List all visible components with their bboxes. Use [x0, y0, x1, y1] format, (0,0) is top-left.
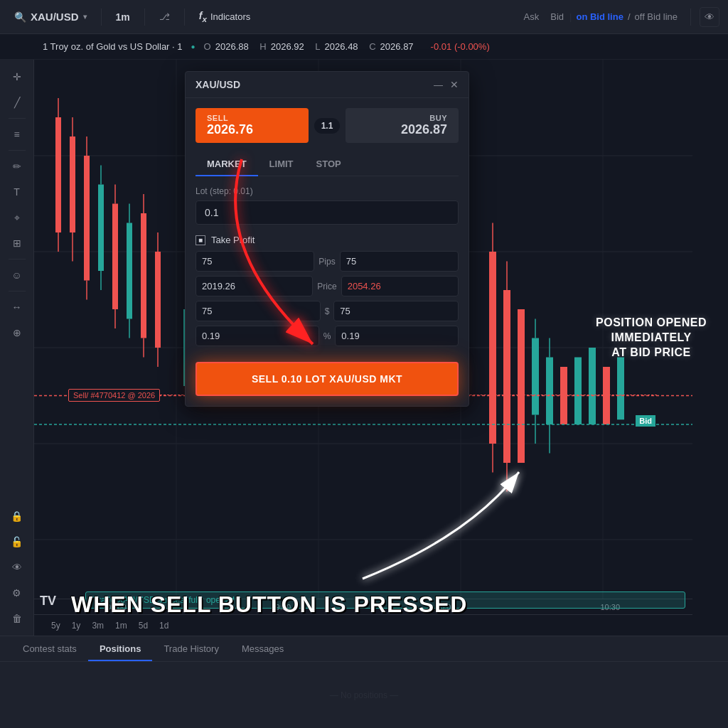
svg-rect-48	[489, 252, 496, 444]
open-label: O2026.88	[204, 41, 253, 52]
lock-tool[interactable]: 🔒	[6, 505, 28, 528]
dialog-body: SELL 2026.76 1.1 BUY 2026.87 MARKET LIMI…	[186, 98, 469, 406]
visibility-button[interactable]: 👁	[700, 7, 719, 27]
chart-symbol-name: 1 Troy oz. of Gold vs US Dollar · 1	[43, 41, 183, 52]
price-change: -0.01 (-0.00%)	[431, 41, 490, 52]
buy-price: 2026.87	[357, 122, 447, 137]
fib-tool[interactable]: ⊞	[6, 232, 28, 255]
bottom-annotation-inner: WHEN SELL BUTTON IS PRESSED	[71, 592, 467, 618]
bid-label: Bid	[636, 415, 655, 427]
eye-icon: 👁	[705, 11, 714, 23]
tab-market[interactable]: MARKET	[196, 153, 258, 176]
buy-block[interactable]: BUY 2026.87	[346, 108, 459, 143]
live-indicator: ●	[191, 43, 196, 50]
range-1y[interactable]: 1y	[66, 619, 87, 632]
zoom-tool[interactable]: ⊕	[6, 321, 28, 344]
close-label: C2026.87	[369, 41, 417, 52]
bottom-tab-bar: Contest stats Positions Trade History Me…	[0, 636, 728, 662]
tab-trade-history[interactable]: Trade History	[152, 638, 230, 661]
trendline-tool[interactable]: ╱	[6, 91, 28, 114]
range-1d[interactable]: 1d	[154, 619, 174, 632]
ohlc-values: O2026.88 H2026.92 L2026.48 C2026.87	[204, 41, 422, 52]
tp-sell-pips[interactable]	[196, 251, 314, 272]
measure-tool[interactable]: ⌖	[6, 206, 28, 229]
chart-type-icon: ⎇	[159, 11, 170, 22]
indicators-label: Indicators	[210, 11, 250, 22]
off-bid-line-button[interactable]: off Bid line	[631, 9, 682, 24]
lot-input[interactable]	[196, 200, 459, 225]
tab-positions[interactable]: Positions	[88, 638, 153, 661]
bottom-panel: Contest stats Positions Trade History Me…	[0, 636, 728, 728]
text-tool[interactable]: T	[6, 181, 28, 203]
svg-rect-15	[84, 156, 90, 281]
eye-tool[interactable]: 👁	[6, 556, 28, 579]
tp-buy-pips[interactable]	[340, 251, 459, 272]
tp-dollar-label: $	[325, 306, 330, 316]
left-toolbar: ✛ ╱ ≡ ✏ T ⌖ ⊞ ☺ ↔ ⊕ 🔒 🔓 👁 ⚙ 🗑	[0, 60, 34, 636]
tp-sell-price[interactable]	[196, 276, 313, 296]
lot-input-section: Lot (step: 0.01)	[196, 186, 459, 225]
lot-label: Lot (step: 0.01)	[196, 186, 459, 196]
svg-rect-24	[127, 223, 132, 319]
lock2-tool[interactable]: 🔓	[6, 530, 28, 553]
tool-divider-1	[9, 118, 26, 119]
tp-buy-price[interactable]	[341, 276, 459, 296]
divider-4	[690, 9, 691, 26]
symbol-label: XAU/USD	[31, 11, 79, 23]
tab-limit[interactable]: LIMIT	[258, 153, 305, 176]
chevron-down-icon: ▾	[83, 13, 87, 21]
horizontal-line-tool[interactable]: ≡	[6, 123, 28, 146]
range-5y[interactable]: 5y	[46, 619, 66, 632]
minimize-icon[interactable]: —	[434, 80, 443, 90]
fx-icon: fx	[199, 10, 207, 23]
dialog-header: XAU/USD — ✕	[186, 72, 469, 98]
tp-price-row: Price	[196, 276, 459, 296]
chart-type-btn[interactable]: ⎇	[154, 9, 176, 25]
symbol-selector[interactable]: 🔍 XAU/USD ▾	[9, 8, 92, 26]
tab-stop[interactable]: STOP	[305, 153, 353, 176]
tab-messages[interactable]: Messages	[230, 638, 295, 661]
emoji-tool[interactable]: ☺	[6, 264, 28, 287]
close-button[interactable]: ✕	[450, 79, 459, 90]
take-profit-section: ■ Take Profit Pips Price $	[196, 235, 459, 346]
tool-divider-4	[9, 291, 26, 291]
svg-rect-54	[518, 309, 525, 463]
tp-pips-row: Pips	[196, 251, 459, 272]
sell-label: SELL	[207, 114, 297, 122]
divider-3	[184, 9, 185, 26]
crosshair-tool[interactable]: ✛	[6, 65, 28, 88]
range-3m[interactable]: 3m	[86, 619, 109, 632]
trading-dialog: XAU/USD — ✕ SELL 2026.76 1.1 BUY 2026.87…	[185, 71, 469, 407]
sell-block[interactable]: SELL 2026.76	[196, 108, 309, 143]
sell-action-button[interactable]: SELL 0.10 lot XAU/USD MKT	[196, 362, 459, 396]
tp-pct-label: %	[323, 331, 331, 341]
bid-button[interactable]: Bid	[545, 9, 569, 24]
tp-label: Take Profit	[211, 235, 255, 245]
svg-rect-63	[589, 348, 596, 424]
order-tabs: MARKET LIMIT STOP	[196, 153, 459, 176]
search-icon: 🔍	[14, 11, 26, 23]
svg-rect-21	[112, 204, 118, 310]
svg-rect-27	[141, 213, 146, 338]
toolbar: 🔍 XAU/USD ▾ 1m ⎇ fx Indicators Ask Bid |…	[0, 0, 728, 34]
ask-button[interactable]: Ask	[518, 9, 545, 24]
on-bid-line-button[interactable]: on Bid line	[572, 9, 627, 24]
svg-rect-51	[503, 290, 510, 463]
sell-price: 2026.76	[207, 122, 297, 137]
tab-contest-stats[interactable]: Contest stats	[11, 638, 88, 661]
range-5d[interactable]: 5d	[133, 619, 154, 632]
draw-tool[interactable]: ✏	[6, 155, 28, 178]
indicators-btn[interactable]: fx Indicators	[193, 7, 257, 26]
tp-buy-dollar[interactable]	[333, 301, 459, 321]
range-1m[interactable]: 1m	[109, 619, 133, 632]
timeframe-selector[interactable]: 1m	[110, 9, 136, 26]
buy-label: BUY	[357, 114, 447, 122]
svg-rect-18	[98, 185, 104, 272]
tp-checkbox[interactable]: ■	[196, 235, 205, 245]
tp-sell-dollar[interactable]	[196, 301, 321, 321]
ruler-tool[interactable]: ↔	[6, 296, 28, 318]
svg-rect-12	[70, 136, 75, 232]
sell-position-badge: Sell/ #4770412 @ 2026	[68, 389, 160, 402]
tp-buy-pct[interactable]	[335, 326, 459, 346]
tp-sell-pct[interactable]	[196, 326, 319, 346]
